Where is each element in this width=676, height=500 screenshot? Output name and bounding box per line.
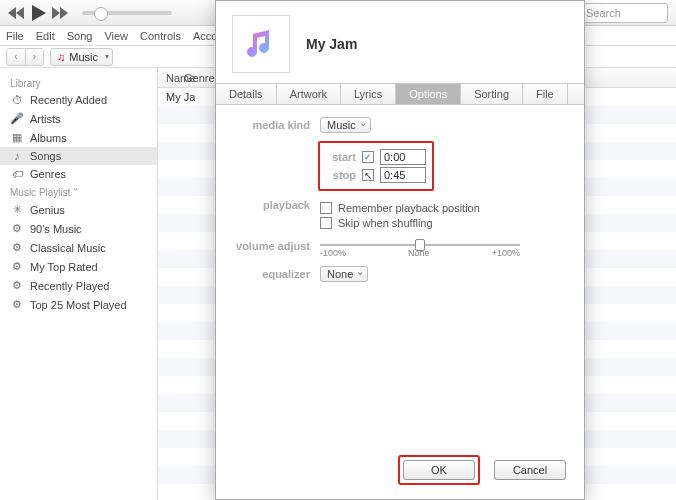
stop-checkbox[interactable]: ↖ — [362, 169, 374, 181]
menu-song[interactable]: Song — [67, 30, 93, 42]
label-equalizer: equalizer — [234, 268, 320, 280]
song-info-dialog: My Jam DetailsArtworkLyricsOptionsSortin… — [215, 0, 585, 500]
sidebar-item-artists[interactable]: 🎤Artists — [0, 109, 157, 128]
gear-icon: ⚙ — [10, 260, 24, 273]
remember-position-checkbox[interactable] — [320, 202, 332, 214]
play-button[interactable] — [32, 5, 46, 21]
dialog-title: My Jam — [306, 36, 357, 52]
sidebar-icon: ⏱ — [10, 94, 24, 106]
search-placeholder: Search — [586, 7, 621, 19]
sidebar-icon: 🎤 — [10, 112, 24, 125]
stop-time-input[interactable]: 0:45 — [380, 167, 426, 183]
menu-view[interactable]: View — [104, 30, 128, 42]
track-name: My Ja — [158, 91, 203, 103]
sidebar-item-label: Genres — [30, 168, 66, 180]
skip-shuffle-label: Skip when shuffling — [338, 217, 433, 229]
label-stop: stop — [326, 169, 356, 181]
sidebar-item-label: Genius — [30, 204, 65, 216]
ok-highlight: OK — [398, 455, 480, 485]
prev-track-button[interactable] — [8, 7, 26, 19]
sidebar-playlist-classical-music[interactable]: ⚙Classical Music — [0, 238, 157, 257]
nav-back-button[interactable]: ‹ — [7, 49, 25, 65]
library-selector-label: Music — [69, 51, 98, 63]
menu-file[interactable]: File — [6, 30, 24, 42]
sidebar-item-label: Recently Played — [30, 280, 110, 292]
sidebar-playlist-top-25-most-played[interactable]: ⚙Top 25 Most Played — [0, 295, 157, 314]
label-playback: playback — [234, 199, 320, 211]
gear-icon: ⚙ — [10, 241, 24, 254]
sidebar-item-label: Classical Music — [30, 242, 106, 254]
equalizer-select[interactable]: None — [320, 266, 368, 282]
chevron-down-icon: ˅ — [73, 187, 78, 198]
label-start: start — [326, 151, 356, 163]
sidebar-item-label: Top 25 Most Played — [30, 299, 127, 311]
sidebar-playlist-genius[interactable]: ✳Genius — [0, 200, 157, 219]
library-selector[interactable]: ♫ Music — [50, 48, 113, 66]
sidebar-item-albums[interactable]: ▦Albums — [0, 128, 157, 147]
label-volume-adjust: volume adjust — [234, 240, 320, 252]
dialog-tabs: DetailsArtworkLyricsOptionsSortingFile — [216, 83, 584, 105]
gear-icon: ✳ — [10, 203, 24, 216]
sidebar-icon: ▦ — [10, 131, 24, 144]
tab-sorting[interactable]: Sorting — [461, 84, 523, 104]
sidebar-head-playlists[interactable]: Music Playlist ˅ — [0, 183, 157, 200]
tab-file[interactable]: File — [523, 84, 568, 104]
volume-slider[interactable] — [82, 11, 172, 15]
next-track-button[interactable] — [52, 7, 70, 19]
sidebar-item-label: Recently Added — [30, 94, 107, 106]
sidebar: Library ⏱Recently Added🎤Artists▦Albums♪S… — [0, 68, 158, 500]
sidebar-item-label: My Top Rated — [30, 261, 98, 273]
album-art-icon — [232, 15, 290, 73]
tab-details[interactable]: Details — [216, 84, 277, 104]
tab-options[interactable]: Options — [396, 84, 461, 104]
gear-icon: ⚙ — [10, 298, 24, 311]
menu-controls[interactable]: Controls — [140, 30, 181, 42]
tab-artwork[interactable]: Artwork — [277, 84, 341, 104]
menu-edit[interactable]: Edit — [36, 30, 55, 42]
sidebar-item-label: Artists — [30, 113, 61, 125]
tab-lyrics[interactable]: Lyrics — [341, 84, 396, 104]
sidebar-item-label: 90's Music — [30, 223, 82, 235]
sidebar-playlist-my-top-rated[interactable]: ⚙My Top Rated — [0, 257, 157, 276]
nav-forward-button[interactable]: › — [25, 49, 43, 65]
sidebar-icon: 🏷 — [10, 168, 24, 180]
vol-max-label: +100% — [492, 248, 520, 258]
sidebar-item-label: Albums — [30, 132, 67, 144]
gear-icon: ⚙ — [10, 279, 24, 292]
sidebar-icon: ♪ — [10, 150, 24, 162]
media-kind-select[interactable]: Music — [320, 117, 371, 133]
sidebar-item-recently-added[interactable]: ⏱Recently Added — [0, 91, 157, 109]
start-time-input[interactable]: 0:00 — [380, 149, 426, 165]
volume-adjust-slider[interactable]: -100% None +100% — [320, 244, 520, 258]
cursor-icon: ↖ — [364, 170, 372, 181]
sidebar-item-genres[interactable]: 🏷Genres — [0, 165, 157, 183]
label-media-kind: media kind — [234, 119, 320, 131]
cancel-button[interactable]: Cancel — [494, 460, 566, 480]
ok-button[interactable]: OK — [403, 460, 475, 480]
sidebar-item-songs[interactable]: ♪Songs — [0, 147, 157, 165]
start-stop-highlight: start ✓ 0:00 stop ↖ 0:45 — [318, 141, 434, 191]
start-checkbox[interactable]: ✓ — [362, 151, 374, 163]
sidebar-head-library: Library — [0, 74, 157, 91]
skip-shuffle-checkbox[interactable] — [320, 217, 332, 229]
sidebar-playlist-recently-played[interactable]: ⚙Recently Played — [0, 276, 157, 295]
vol-min-label: -100% — [320, 248, 346, 258]
remember-position-label: Remember playback position — [338, 202, 480, 214]
music-note-icon: ♫ — [57, 51, 65, 63]
sidebar-item-label: Songs — [30, 150, 61, 162]
gear-icon: ⚙ — [10, 222, 24, 235]
sidebar-playlist-90-s-music[interactable]: ⚙90's Music — [0, 219, 157, 238]
